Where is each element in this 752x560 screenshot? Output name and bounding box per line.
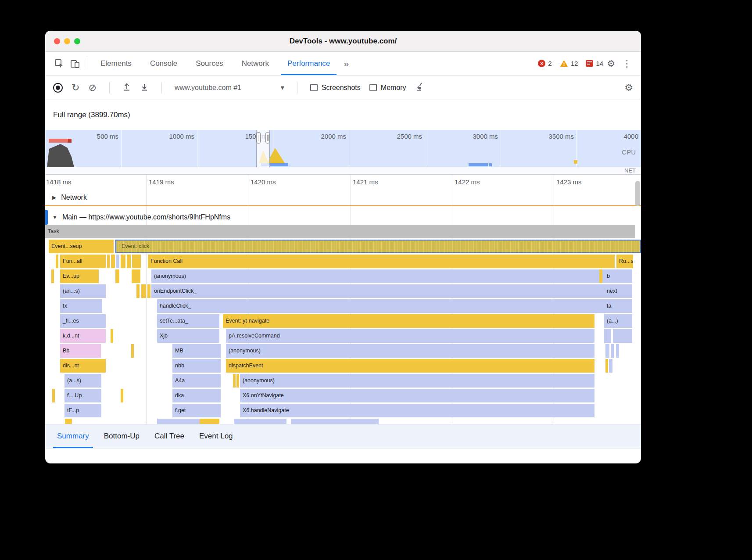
- flame-bar-b[interactable]: b: [604, 269, 632, 283]
- flame-bar-fragment[interactable]: [291, 419, 379, 424]
- flame-bar-fragment[interactable]: [121, 255, 125, 268]
- error-badge[interactable]: ×2: [538, 60, 551, 67]
- flame-bar-fragment[interactable]: [52, 389, 55, 402]
- more-options-kebab-button[interactable]: ⋮: [619, 56, 635, 72]
- flame-bar-onendpointclick[interactable]: onEndpointClick_: [151, 284, 615, 298]
- tab-event-log[interactable]: Event Log: [192, 424, 240, 448]
- flame-bar-fragment[interactable]: [604, 329, 611, 343]
- settings-gear-button[interactable]: ⚙: [603, 56, 619, 72]
- flame-bar-fx[interactable]: fx: [60, 299, 102, 313]
- flame-bar-bb[interactable]: Bb: [60, 344, 101, 358]
- flame-bar-a4a[interactable]: A4a: [172, 374, 221, 388]
- flame-bar-fragment[interactable]: [611, 344, 614, 358]
- flame-bar-fragment[interactable]: [132, 269, 140, 283]
- tab-performance[interactable]: Performance: [278, 52, 339, 75]
- flame-bar-fragment[interactable]: [136, 284, 140, 298]
- flame-bar-dispatchevent[interactable]: dispatchEvent: [226, 359, 594, 373]
- network-track-header[interactable]: ▶ Network: [45, 190, 641, 206]
- flame-bar-tf-p[interactable]: tF...p: [64, 404, 101, 417]
- clear-recording-button[interactable]: ⊘: [88, 83, 96, 93]
- save-profile-button[interactable]: [140, 83, 149, 93]
- main-track-header[interactable]: ▼ Main — https://www.youtube.com/shorts/…: [45, 210, 641, 225]
- tab-console[interactable]: Console: [141, 52, 186, 75]
- zoom-button[interactable]: [74, 38, 80, 44]
- memory-checkbox[interactable]: [369, 84, 377, 91]
- warning-badge[interactable]: 12: [560, 60, 578, 67]
- flame-bar-fragment[interactable]: [613, 329, 632, 343]
- flame-bar-an-s[interactable]: (an...s): [60, 284, 106, 298]
- record-button[interactable]: [53, 83, 63, 93]
- overview-cpu-strip[interactable]: 500 ms 1000 ms 1500 ms 2000 ms 2500 ms 3…: [45, 130, 641, 167]
- device-toolbar-button[interactable]: [67, 56, 83, 72]
- flame-bar-fun-all[interactable]: Fun...all: [60, 255, 106, 268]
- flame-bar-fragment[interactable]: [609, 359, 612, 373]
- flame-bar-nbb[interactable]: nbb: [172, 359, 221, 373]
- tab-call-tree[interactable]: Call Tree: [147, 424, 192, 448]
- profile-select[interactable]: www.youtube.com #1 ▾: [175, 83, 284, 92]
- flame-bar-fragment[interactable]: [65, 419, 72, 424]
- flame-bar-event-seup[interactable]: Event...seup: [49, 240, 114, 253]
- tab-sources[interactable]: Sources: [186, 52, 232, 75]
- flame-bar-fragment[interactable]: [51, 269, 54, 283]
- flame-bar-f-up[interactable]: f....Up: [64, 389, 101, 402]
- flame-bar-k-d-nt[interactable]: k.d...nt: [60, 329, 106, 343]
- flame-bar-ta[interactable]: ta: [604, 299, 632, 313]
- flame-bar-fragment[interactable]: [121, 389, 123, 402]
- flame-bar-mb[interactable]: MB: [172, 344, 221, 358]
- selection-handle-left[interactable]: [256, 132, 261, 144]
- flame-bar-a[interactable]: (a...): [604, 314, 632, 328]
- flame-bar-fragment[interactable]: [616, 344, 619, 358]
- flame-bar-fragment[interactable]: [605, 344, 609, 358]
- flame-bar-x6-onytnavigate[interactable]: X6.onYtNavigate: [240, 389, 594, 402]
- flame-bar-x6-handlenavigate[interactable]: X6.handleNavigate: [240, 404, 594, 417]
- flame-bar-fi-es[interactable]: _fi...es: [60, 314, 106, 328]
- flame-bar-fragment[interactable]: [111, 255, 115, 268]
- flame-bar-handleclick[interactable]: handleClick_: [157, 299, 615, 313]
- disclosure-open-icon[interactable]: ▼: [52, 214, 57, 220]
- reload-and-record-button[interactable]: ↻: [72, 83, 79, 93]
- vertical-scrollbar[interactable]: [635, 181, 640, 206]
- flame-bar-fragment[interactable]: [141, 284, 146, 298]
- tab-network[interactable]: Network: [233, 52, 278, 75]
- tab-summary[interactable]: Summary: [50, 424, 97, 448]
- flame-bar-ru-s[interactable]: Ru...s: [616, 255, 633, 268]
- close-button[interactable]: [54, 38, 60, 44]
- flame-bar-a-s[interactable]: (a...s): [64, 374, 101, 388]
- flame-bar-anonymous[interactable]: (anonymous): [151, 269, 615, 283]
- flame-bar-fragment[interactable]: [115, 269, 119, 283]
- flame-bar-anonymous[interactable]: (anonymous): [240, 374, 594, 388]
- flame-bar-fragment[interactable]: [116, 255, 119, 268]
- flame-rows[interactable]: TaskEvent...seupEvent: clickFun...allFun…: [45, 225, 641, 424]
- flame-bar-fragment[interactable]: [147, 284, 150, 298]
- flame-bar-fragment[interactable]: [200, 419, 219, 424]
- screenshots-toggle[interactable]: Screenshots: [310, 84, 361, 92]
- flame-bar-event-click[interactable]: Event: click: [115, 240, 641, 253]
- flame-bar-fragment[interactable]: [234, 419, 286, 424]
- tab-bottom-up[interactable]: Bottom-Up: [97, 424, 147, 448]
- flame-bar-dis-nt[interactable]: dis...nt: [60, 359, 106, 373]
- flame-bar-event-yt-navigate[interactable]: Event: yt-navigate: [223, 314, 594, 328]
- flame-bar-pa-resolvecommand[interactable]: pA.resolveCommand: [226, 329, 594, 343]
- flame-bar-fragment[interactable]: [236, 374, 239, 388]
- flame-bar-fragment[interactable]: [605, 359, 608, 373]
- flame-bar-task[interactable]: Task: [45, 225, 635, 238]
- flame-bar-next[interactable]: next: [604, 284, 632, 298]
- inspect-element-button[interactable]: [51, 56, 67, 72]
- collect-garbage-button[interactable]: [415, 82, 426, 94]
- issues-badge[interactable]: 14: [586, 60, 603, 67]
- flame-bar-fragment[interactable]: [599, 269, 602, 283]
- flame-bar-sette-ata[interactable]: setTe...ata_: [157, 314, 219, 328]
- memory-toggle[interactable]: Memory: [369, 84, 406, 92]
- flame-bar-anonymous[interactable]: (anonymous): [226, 344, 594, 358]
- load-profile-button[interactable]: [122, 83, 131, 93]
- flame-bar-fragment[interactable]: [111, 329, 113, 343]
- flame-bar-dka[interactable]: dka: [172, 389, 221, 402]
- more-tabs-chevron-icon[interactable]: »: [339, 58, 353, 69]
- flame-bar-fragment[interactable]: [233, 374, 236, 388]
- capture-settings-gear-button[interactable]: ⚙: [624, 83, 633, 93]
- flame-bar-fragment[interactable]: [107, 255, 110, 268]
- flame-bar-fragment[interactable]: [132, 255, 141, 268]
- flame-bar-fragment[interactable]: [56, 255, 58, 268]
- flame-bar-fragment[interactable]: [127, 255, 131, 268]
- flame-bar-function-call[interactable]: Function Call: [148, 255, 615, 268]
